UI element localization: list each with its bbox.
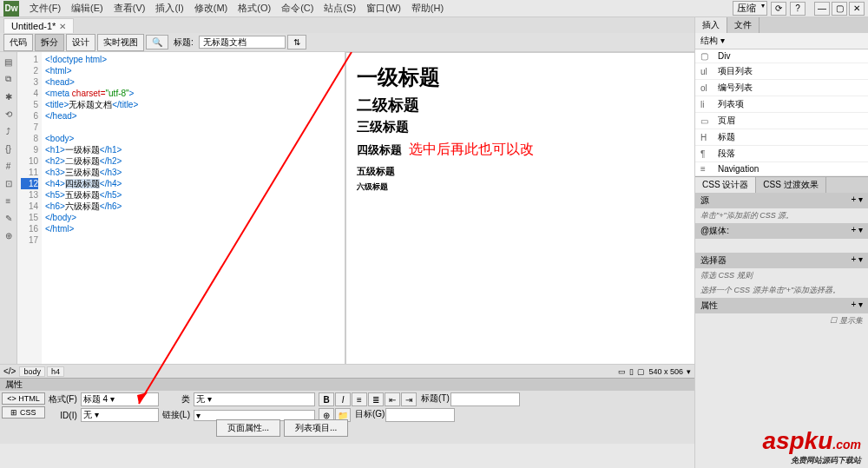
insert-item[interactable]: ≡Navigation [695, 162, 868, 176]
view-split-button[interactable]: 拆分 [35, 34, 64, 51]
tool-icon[interactable]: ✱ [3, 90, 15, 102]
css-designer-tab[interactable]: CSS 设计器 [695, 177, 756, 193]
ol-button[interactable]: ≣ [368, 392, 384, 406]
sync-icon[interactable]: ⟳ [771, 2, 786, 16]
add-selector-icon[interactable]: + ▾ [851, 254, 863, 267]
selector-filter[interactable]: 筛选 CSS 规则 [695, 268, 868, 283]
tag-selector-icon[interactable]: </> [3, 366, 16, 376]
code-content[interactable]: <!doctype html><html><head><meta charset… [42, 52, 345, 377]
insert-item-label: Div [718, 51, 730, 61]
minimize-button[interactable]: — [814, 2, 830, 16]
layout-dropdown[interactable]: 压缩 [733, 1, 767, 16]
menu-item[interactable]: 插入(I) [150, 3, 188, 13]
format-label: 格式(F) [49, 393, 77, 405]
device-icon[interactable]: ▯ [629, 367, 634, 376]
insert-item[interactable]: ol编号列表 [695, 80, 868, 96]
menu-item[interactable]: 文件(F) [24, 3, 66, 13]
insert-item-icon: li [700, 100, 713, 109]
menu-item[interactable]: 帮助(H) [406, 3, 449, 13]
ul-button[interactable]: ≡ [352, 392, 367, 406]
menu-item[interactable]: 窗口(W) [361, 3, 406, 13]
format-select[interactable]: 标题 4 ▾ [81, 392, 159, 406]
document-title-input[interactable] [199, 36, 286, 49]
add-source-icon[interactable]: + ▾ [851, 194, 863, 207]
props-html-button[interactable]: <> HTML [2, 392, 45, 405]
preview-h4[interactable]: 四级标题 [357, 142, 402, 158]
insert-item[interactable]: H标题 [695, 129, 868, 146]
device-icon[interactable]: ▢ [637, 367, 645, 376]
title-field-input[interactable] [450, 392, 520, 406]
menu-item[interactable]: 格式(O) [233, 3, 276, 13]
add-prop-icon[interactable]: + ▾ [851, 300, 863, 312]
viewport-size: 540 x 506 [648, 367, 683, 376]
annotation-text: 选中后再此也可以改 [409, 142, 534, 156]
code-editor-panel[interactable]: 1234567891011121314151617 <!doctype html… [17, 52, 345, 377]
insert-item[interactable]: li列表项 [695, 96, 868, 113]
target-input[interactable] [385, 408, 455, 422]
document-tab[interactable]: Untitled-1* ✕ [3, 18, 74, 33]
tool-icon[interactable]: ▤ [3, 56, 15, 68]
outdent-button[interactable]: ⇤ [385, 392, 400, 406]
id-label: ID(I) [49, 411, 77, 420]
chevron-down-icon[interactable]: ▾ [687, 367, 691, 376]
media-header: @媒体: [700, 225, 729, 237]
tool-icon[interactable]: ≡ [3, 194, 15, 207]
files-panel-tab[interactable]: 文件 [727, 17, 760, 33]
view-design-button[interactable]: 设计 [66, 34, 95, 51]
menu-item[interactable]: 命令(C) [276, 3, 319, 13]
breadcrumb-item[interactable]: body [19, 366, 45, 377]
css-transitions-tab[interactable]: CSS 过渡效果 [756, 177, 825, 193]
maximize-button[interactable]: ▢ [832, 2, 847, 16]
insert-item[interactable]: ¶段落 [695, 146, 868, 162]
help-icon[interactable]: ? [790, 2, 806, 16]
insert-category-dropdown[interactable]: 结构 ▾ [700, 35, 725, 47]
insert-item-label: 标题 [718, 131, 735, 143]
close-button[interactable]: ✕ [849, 2, 865, 16]
view-live-button[interactable]: 实时视图 [97, 34, 144, 51]
tool-icon[interactable]: {} [3, 142, 15, 155]
insert-item-list: ▢Divul项目列表ol编号列表li列表项▭页眉H标题¶段落≡Navigatio… [695, 49, 868, 176]
menu-item[interactable]: 修改(M) [189, 3, 233, 13]
page-properties-button[interactable]: 页面属性... [216, 419, 280, 437]
breadcrumb-item[interactable]: h4 [47, 366, 64, 377]
insert-item-icon: ol [700, 83, 713, 93]
device-icon[interactable]: ▭ [618, 367, 626, 376]
inspect-icon[interactable]: 🔍 [146, 35, 168, 49]
insert-item[interactable]: ▭页眉 [695, 113, 868, 129]
tag-breadcrumb: bodyh4 [19, 366, 64, 377]
document-tab-label: Untitled-1* [11, 21, 56, 31]
insert-item-label: 编号列表 [718, 82, 753, 94]
id-select[interactable]: 无 ▾ [81, 408, 159, 422]
tool-icon[interactable]: # [3, 160, 15, 172]
tool-icon[interactable]: ⊕ [3, 229, 15, 241]
menu-item[interactable]: 查看(V) [108, 3, 151, 13]
list-item-button[interactable]: 列表项目... [284, 419, 348, 437]
insert-item-icon: ul [700, 67, 713, 76]
bold-button[interactable]: B [319, 392, 334, 406]
source-header: 源 [700, 194, 709, 207]
tool-icon[interactable]: ⊡ [3, 177, 15, 189]
indent-button[interactable]: ⇥ [401, 392, 417, 406]
view-code-button[interactable]: 代码 [3, 34, 33, 51]
italic-button[interactable]: I [335, 392, 351, 406]
tool-icon[interactable]: ⧉ [3, 73, 15, 85]
selector-hint: 选择一个 CSS 源并单击"+"添加选择器。 [695, 283, 868, 298]
source-hint: 单击"+"添加新的 CSS 源。 [695, 208, 868, 223]
menu-item[interactable]: 站点(S) [319, 3, 361, 13]
show-set-checkbox[interactable]: ☐ 显示集 [830, 316, 863, 325]
properties-panel: 属性 <> HTML ⊞ CSS 格式(F) 标题 4 ▾ 类 无 ▾ B I … [0, 378, 694, 444]
insert-item[interactable]: ul项目列表 [695, 63, 868, 80]
insert-panel-tab[interactable]: 插入 [695, 17, 727, 33]
insert-item-icon: ¶ [700, 149, 713, 159]
add-media-icon[interactable]: + ▾ [851, 225, 863, 237]
props-css-button[interactable]: ⊞ CSS [2, 406, 45, 419]
tool-icon[interactable]: ⤴ [3, 125, 15, 137]
menu-item[interactable]: 编辑(E) [66, 3, 108, 13]
options-icon[interactable]: ⇅ [287, 35, 306, 49]
insert-item[interactable]: ▢Div [695, 49, 868, 63]
close-tab-icon[interactable]: ✕ [59, 22, 66, 31]
tool-icon[interactable]: ✎ [3, 212, 15, 224]
tool-icon[interactable]: ⟲ [3, 108, 15, 120]
watermark-logo: aspku.com 免费网站源码下载站 [762, 427, 861, 466]
class-select[interactable]: 无 ▾ [194, 392, 315, 406]
